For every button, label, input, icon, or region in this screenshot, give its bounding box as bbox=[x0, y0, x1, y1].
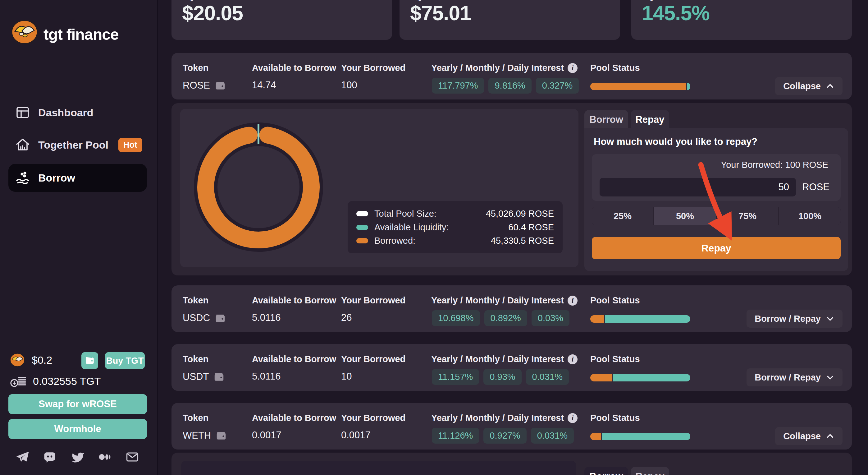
app-root: tgt finance Dashboard Together Pool Hot bbox=[0, 0, 868, 475]
legend-swatch-borrowed bbox=[356, 238, 368, 243]
available-value: 5.0116 bbox=[252, 371, 281, 382]
telegram-icon[interactable] bbox=[16, 450, 29, 464]
buy-tgt-label: Buy TGT bbox=[106, 356, 144, 366]
repay-amount-input[interactable] bbox=[599, 178, 796, 197]
col-header-interest: Yearly / Monthly / Daily Interest i bbox=[431, 63, 578, 73]
collapse-label: Collapse bbox=[783, 81, 821, 91]
pool-status-bar bbox=[590, 83, 690, 90]
borrowed-value: 100 bbox=[341, 80, 357, 91]
legend-swatch-liquidity bbox=[356, 225, 368, 230]
pool-status-bar bbox=[590, 374, 690, 381]
percent-75-button[interactable]: 75% bbox=[717, 207, 778, 225]
wallet-icon[interactable] bbox=[214, 80, 226, 91]
interest-header-label: Yearly / Monthly / Daily Interest bbox=[431, 354, 564, 364]
interest-header-label: Yearly / Monthly / Daily Interest bbox=[431, 413, 564, 423]
medium-icon[interactable] bbox=[98, 450, 112, 464]
rose-expanded-section: Total Pool Size: 45,026.09 ROSE Availabl… bbox=[172, 103, 852, 275]
available-value: 5.0116 bbox=[252, 312, 281, 323]
tab-borrow-weth[interactable]: Borrow bbox=[584, 467, 628, 475]
info-icon[interactable]: i bbox=[567, 63, 578, 73]
tab-repay-label: Repay bbox=[635, 471, 664, 475]
borrowed-value: 10 bbox=[341, 371, 352, 382]
pool-status-bar bbox=[590, 433, 690, 440]
col-header-interest: Yearly / Monthly / Daily Interest i bbox=[431, 413, 578, 423]
interest-chips: 10.698% 0.892% 0.03% bbox=[432, 310, 569, 326]
wallet-icon[interactable] bbox=[213, 371, 225, 383]
percent-50-button[interactable]: 50% bbox=[654, 207, 716, 225]
tab-repay-weth[interactable]: Repay bbox=[631, 467, 669, 475]
info-icon[interactable]: i bbox=[567, 354, 578, 364]
interest-chips: 117.797% 9.816% 0.327% bbox=[432, 78, 579, 94]
legend-label: Available Liquidity: bbox=[374, 222, 449, 233]
collapse-button[interactable]: Collapse bbox=[775, 427, 842, 445]
pool-house-icon bbox=[15, 138, 30, 152]
col-header-pool-status: Pool Status bbox=[590, 63, 640, 73]
card-total-borrowed: My Total Borrowed $75.01 bbox=[400, 0, 620, 40]
tgt-balance-row: 0.032555 TGT bbox=[10, 374, 101, 389]
buy-tgt-button[interactable]: Buy TGT bbox=[105, 352, 145, 369]
input-token-suffix: ROSE bbox=[802, 182, 830, 193]
token-symbol: ROSE bbox=[183, 80, 210, 91]
info-icon[interactable]: i bbox=[567, 413, 578, 423]
chevron-down-icon bbox=[826, 373, 834, 382]
yearly-interest-chip: 10.698% bbox=[432, 310, 480, 326]
col-header-token: Token bbox=[183, 413, 209, 423]
percent-100-button[interactable]: 100% bbox=[779, 207, 841, 225]
col-header-borrowed: Your Borrowed bbox=[341, 354, 405, 364]
token-cell: WETH bbox=[183, 429, 227, 441]
wormhole-button[interactable]: Wormhole bbox=[8, 419, 147, 439]
yearly-interest-chip: 11.126% bbox=[432, 428, 479, 444]
percent-label: 75% bbox=[739, 211, 756, 221]
card-available-credit: My Available Credit $20.05 bbox=[172, 0, 392, 40]
pool-row-rose: Token Available to Borrow Your Borrowed … bbox=[172, 53, 852, 99]
monthly-interest-chip: 0.927% bbox=[484, 428, 526, 444]
col-header-available: Available to Borrow bbox=[252, 63, 336, 73]
col-header-token: Token bbox=[183, 63, 209, 73]
wallet-icon[interactable] bbox=[214, 312, 226, 324]
yearly-interest-chip: 117.797% bbox=[432, 78, 484, 94]
col-header-token: Token bbox=[183, 354, 209, 364]
tab-repay[interactable]: Repay bbox=[631, 110, 669, 129]
tgt-price: $0.2 bbox=[32, 354, 52, 366]
chevron-up-icon bbox=[826, 82, 834, 90]
legend-swatch-total bbox=[356, 211, 368, 216]
pool-row-usdc: Token Available to Borrow Your Borrowed … bbox=[172, 286, 852, 332]
borrow-repay-button[interactable]: Borrow / Repay bbox=[747, 309, 842, 328]
monthly-interest-chip: 0.93% bbox=[484, 369, 521, 385]
collapse-button[interactable]: Collapse bbox=[775, 77, 842, 95]
percent-25-button[interactable]: 25% bbox=[592, 207, 653, 225]
col-header-available: Available to Borrow bbox=[252, 413, 336, 423]
swap-wrose-button[interactable]: Swap for wROSE bbox=[8, 394, 147, 414]
repay-submit-button[interactable]: Repay bbox=[592, 237, 841, 259]
sidebar-item-dashboard[interactable]: Dashboard bbox=[8, 101, 147, 124]
card-value: $20.05 bbox=[182, 1, 243, 25]
info-icon[interactable]: i bbox=[567, 296, 578, 305]
twitter-icon[interactable] bbox=[70, 450, 84, 464]
borrow-repay-label: Borrow / Repay bbox=[754, 373, 821, 383]
monthly-interest-chip: 9.816% bbox=[488, 78, 531, 94]
sidebar-item-borrow[interactable]: Borrow bbox=[8, 164, 147, 192]
col-header-borrowed: Your Borrowed bbox=[341, 413, 405, 423]
pool-status-bar bbox=[590, 315, 690, 323]
card-value: $75.01 bbox=[410, 1, 471, 25]
daily-interest-chip: 0.031% bbox=[531, 428, 574, 444]
repay-submit-label: Repay bbox=[701, 242, 731, 254]
legend-value: 60.4 ROSE bbox=[508, 222, 554, 233]
legend-value: 45,330.5 ROSE bbox=[491, 236, 554, 246]
col-header-pool-status: Pool Status bbox=[590, 413, 640, 423]
repay-panel: How much would you like to repay? Your B… bbox=[584, 128, 848, 271]
sidebar-item-label: Together Pool bbox=[38, 139, 108, 151]
monthly-interest-chip: 0.892% bbox=[484, 310, 527, 326]
borrowed-value: 0.0017 bbox=[341, 429, 371, 441]
sidebar-item-together-pool[interactable]: Together Pool Hot bbox=[8, 134, 147, 156]
borrow-repay-button[interactable]: Borrow / Repay bbox=[747, 368, 842, 386]
wallet-button[interactable] bbox=[82, 352, 98, 369]
discord-icon[interactable] bbox=[43, 450, 57, 464]
email-icon[interactable] bbox=[125, 450, 139, 464]
sidebar: tgt finance Dashboard Together Pool Hot bbox=[0, 0, 158, 475]
chevron-up-icon bbox=[826, 432, 834, 441]
repay-question: How much would you like to repay? bbox=[594, 136, 757, 147]
wallet-icon[interactable] bbox=[215, 429, 227, 441]
available-value: 0.0017 bbox=[252, 429, 281, 441]
tab-borrow[interactable]: Borrow bbox=[584, 110, 628, 129]
